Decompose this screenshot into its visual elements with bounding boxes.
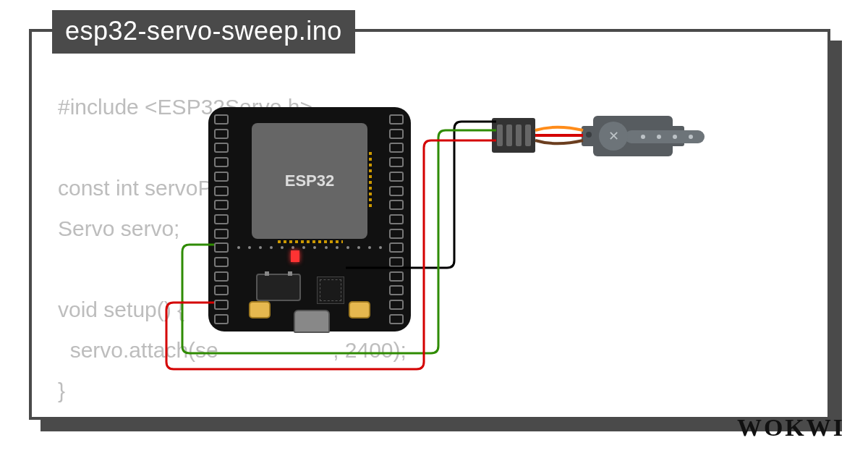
regulator-chip-icon bbox=[317, 276, 344, 304]
brand-logo: WOKWI bbox=[737, 414, 845, 442]
preview-card: esp32-servo-sweep.ino #include <ESP32Ser… bbox=[0, 0, 868, 456]
usb-port-icon bbox=[294, 310, 330, 333]
code-line: } bbox=[58, 379, 65, 402]
code-line: servo.attach(se bbox=[58, 338, 218, 362]
code-line: Servo servo; bbox=[58, 216, 179, 240]
servo-motor bbox=[569, 109, 720, 164]
header-right bbox=[389, 114, 405, 324]
chip-label: ESP32 bbox=[285, 172, 335, 190]
pin-row bbox=[237, 246, 382, 253]
file-title: esp32-servo-sweep.ino bbox=[52, 10, 355, 54]
esp32-shield: ESP32 bbox=[252, 123, 367, 239]
enable-button bbox=[349, 301, 370, 318]
code-line: void setup() { bbox=[58, 297, 184, 321]
servo-horn bbox=[625, 130, 705, 143]
servo-header bbox=[492, 118, 535, 153]
header-left bbox=[214, 114, 230, 324]
servo-hub-icon bbox=[599, 122, 628, 151]
esp32-board: ESP32 bbox=[208, 107, 411, 332]
code-line: const int servoPi bbox=[58, 176, 217, 200]
code-line: , 2400); bbox=[333, 338, 407, 362]
status-led-icon bbox=[291, 250, 299, 262]
mode-switch-icon bbox=[256, 274, 301, 301]
boot-button bbox=[249, 301, 271, 318]
